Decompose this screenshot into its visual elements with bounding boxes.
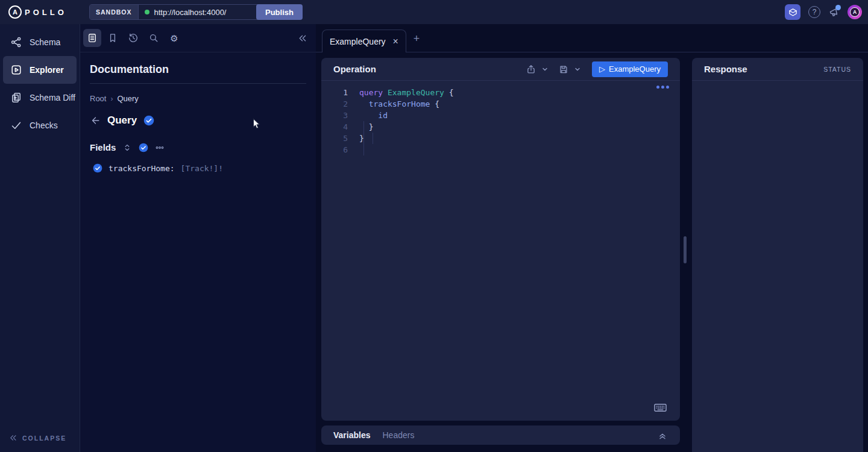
code-line[interactable]: 4 } bbox=[321, 121, 680, 133]
help-icon: ? bbox=[813, 8, 817, 16]
sidebar-item-schema-diff[interactable]: Schema Diff bbox=[3, 84, 77, 111]
announcements-button[interactable] bbox=[828, 7, 840, 18]
field-selected-check-icon[interactable] bbox=[93, 163, 102, 173]
code-text: } bbox=[359, 121, 373, 133]
field-name[interactable]: tracksForHome: bbox=[108, 164, 175, 173]
share-options-chevron[interactable] bbox=[542, 66, 548, 72]
sidebar-collapse-button[interactable]: COLLAPSE bbox=[8, 433, 66, 442]
tab-label: ExampleQuery bbox=[330, 37, 386, 46]
history-clock-icon bbox=[128, 33, 139, 43]
sort-fields-button[interactable] bbox=[122, 143, 132, 152]
share-operation-button[interactable] bbox=[526, 64, 536, 75]
code-line[interactable]: 6 bbox=[321, 144, 680, 155]
code-text: id bbox=[359, 110, 388, 121]
sidebar-item-label: Explorer bbox=[30, 65, 64, 75]
documentation-panel: ⚙ Documentation Root › Query Query Field… bbox=[80, 24, 316, 452]
back-button[interactable] bbox=[90, 115, 101, 126]
collapse-docs-panel-button[interactable] bbox=[293, 29, 311, 47]
operation-tab-bar: ExampleQuery × + bbox=[316, 24, 868, 52]
document-icon bbox=[87, 33, 98, 43]
save-floppy-icon bbox=[558, 64, 569, 75]
code-line[interactable]: 2 tracksForHome { bbox=[321, 98, 680, 110]
run-button-label: ExampleQuery bbox=[609, 64, 661, 74]
indent-guide bbox=[373, 133, 373, 144]
select-all-fields-check-icon[interactable] bbox=[139, 143, 148, 152]
publish-button[interactable]: Publish bbox=[256, 4, 303, 20]
user-avatar[interactable]: A bbox=[848, 5, 862, 19]
fields-section-row: Fields bbox=[90, 142, 306, 152]
apollo-sandbox-app: A POLLO SANDBOX http://localhost:4000/ ⚙… bbox=[0, 0, 868, 452]
saved-operations-button[interactable] bbox=[104, 29, 122, 47]
close-tab-icon[interactable]: × bbox=[393, 37, 398, 46]
breadcrumb-root-link[interactable]: Root bbox=[90, 94, 106, 103]
response-status-label: STATUS bbox=[823, 66, 851, 73]
endpoint-bar: SANDBOX http://localhost:4000/ ⚙ bbox=[89, 4, 270, 20]
breadcrumb-separator-icon: › bbox=[110, 95, 113, 103]
code-lines: 1query ExampleQuery {2 tracksForHome {3 … bbox=[321, 87, 680, 155]
tab-headers[interactable]: Headers bbox=[383, 430, 415, 440]
sidebar-item-label: Schema bbox=[30, 37, 60, 47]
share-icon bbox=[526, 64, 536, 75]
top-bar: A POLLO SANDBOX http://localhost:4000/ ⚙… bbox=[0, 0, 868, 24]
code-line[interactable]: 5} bbox=[321, 133, 680, 144]
sandbox-badge: SANDBOX bbox=[90, 5, 139, 19]
explorer-settings-button[interactable]: ⚙ bbox=[165, 29, 183, 47]
settings-gear-icon: ⚙ bbox=[170, 34, 178, 43]
operation-panel: Operation ▷ ExampleQuery bbox=[321, 58, 680, 421]
search-icon bbox=[148, 33, 159, 43]
save-operation-button[interactable] bbox=[558, 64, 569, 75]
keyboard-icon bbox=[654, 403, 667, 412]
apollo-logo-icon: A bbox=[8, 5, 22, 19]
variables-headers-bar: Variables Headers bbox=[321, 425, 680, 445]
documentation-tab-button[interactable] bbox=[83, 29, 101, 47]
arrow-left-icon bbox=[90, 115, 101, 126]
help-button[interactable]: ? bbox=[808, 6, 820, 18]
sidebar-item-explorer[interactable]: Explorer bbox=[3, 56, 77, 84]
code-text: query ExampleQuery { bbox=[359, 87, 454, 98]
editor-more-options-button[interactable] bbox=[656, 86, 669, 89]
line-number: 5 bbox=[321, 133, 348, 144]
panel-resize-handle[interactable] bbox=[684, 236, 687, 263]
code-line[interactable]: 3 id bbox=[321, 110, 680, 121]
graphql-editor[interactable]: 1query ExampleQuery {2 tracksForHome {3 … bbox=[321, 81, 680, 155]
sidebar-item-schema[interactable]: Schema bbox=[3, 28, 77, 56]
expand-panel-button[interactable] bbox=[657, 430, 668, 441]
tab-variables[interactable]: Variables bbox=[333, 430, 371, 440]
top-bar-right: ? A bbox=[785, 0, 862, 24]
keyboard-shortcuts-button[interactable] bbox=[654, 403, 667, 412]
cube-icon bbox=[788, 7, 798, 17]
operation-header: Operation ▷ ExampleQuery bbox=[321, 58, 680, 81]
tab-examplequery[interactable]: ExampleQuery × bbox=[322, 30, 406, 52]
fields-more-options-button[interactable] bbox=[155, 143, 165, 152]
checkmark-icon bbox=[10, 119, 22, 131]
notification-dot bbox=[835, 5, 841, 10]
line-number: 3 bbox=[321, 110, 348, 121]
response-panel: Response STATUS bbox=[692, 58, 863, 452]
field-row-tracksForHome: tracksForHome: [Track!]! bbox=[93, 163, 306, 173]
code-line[interactable]: 1query ExampleQuery { bbox=[321, 87, 680, 98]
field-type-link[interactable]: [Track!]! bbox=[181, 164, 223, 173]
meatball-menu-icon bbox=[155, 143, 165, 152]
save-options-chevron[interactable] bbox=[574, 66, 580, 72]
line-number: 2 bbox=[321, 98, 348, 110]
operation-title: Operation bbox=[333, 64, 376, 74]
check-circle-icon[interactable] bbox=[143, 115, 154, 126]
apollo-logo[interactable]: A POLLO bbox=[8, 5, 67, 19]
fields-label: Fields bbox=[90, 142, 116, 152]
add-tab-button[interactable]: + bbox=[409, 31, 424, 46]
left-nav-sidebar: Schema Explorer Schema Diff Checks COLLA… bbox=[0, 24, 80, 452]
sort-chevrons-icon bbox=[122, 143, 132, 152]
operation-history-button[interactable] bbox=[124, 29, 142, 47]
schema-diff-icon bbox=[10, 92, 22, 104]
run-operation-button[interactable]: ▷ ExampleQuery bbox=[592, 61, 668, 77]
sidebar-item-checks[interactable]: Checks bbox=[3, 111, 77, 139]
logo-wordmark: POLLO bbox=[25, 8, 67, 17]
operation-actions: ▷ ExampleQuery bbox=[526, 61, 668, 77]
schema-search-button[interactable] bbox=[145, 29, 163, 47]
bookmark-icon bbox=[107, 33, 118, 43]
type-heading-row: Query bbox=[90, 115, 306, 127]
line-number: 6 bbox=[321, 144, 348, 155]
code-text: tracksForHome { bbox=[359, 98, 439, 110]
endpoint-url-input[interactable]: http://localhost:4000/ bbox=[154, 8, 251, 17]
sandbox-mode-button[interactable] bbox=[785, 4, 800, 20]
